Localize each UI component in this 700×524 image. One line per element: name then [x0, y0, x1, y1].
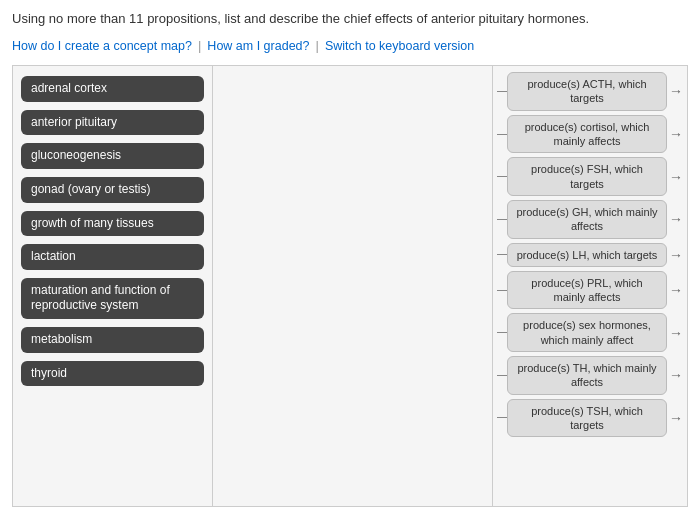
- instructions-text: Using no more than 11 propositions, list…: [12, 10, 688, 28]
- proposition-row: produce(s) cortisol, which mainly affect…: [493, 115, 687, 154]
- prop-line-left: [497, 219, 507, 220]
- concept-tag[interactable]: lactation: [21, 244, 204, 270]
- prop-arrow-icon: →: [669, 283, 683, 297]
- concept-tag[interactable]: thyroid: [21, 361, 204, 387]
- proposition-row: produce(s) ACTH, which targets→: [493, 72, 687, 111]
- concept-tag[interactable]: growth of many tissues: [21, 211, 204, 237]
- proposition-tag[interactable]: produce(s) TSH, which targets: [507, 399, 667, 438]
- prop-arrow-icon: →: [669, 326, 683, 340]
- main-area: adrenal cortexanterior pituitarygluconeo…: [12, 65, 688, 507]
- prop-arrow-icon: →: [669, 170, 683, 184]
- prop-arrow-icon: →: [669, 84, 683, 98]
- proposition-tag[interactable]: produce(s) GH, which mainly affects: [507, 200, 667, 239]
- proposition-row: produce(s) LH, which targets→: [493, 243, 687, 267]
- concept-tag[interactable]: adrenal cortex: [21, 76, 204, 102]
- canvas-area[interactable]: [213, 66, 492, 506]
- proposition-row: produce(s) FSH, which targets→: [493, 157, 687, 196]
- prop-arrow-icon: →: [669, 411, 683, 425]
- proposition-tag[interactable]: produce(s) PRL, which mainly affects: [507, 271, 667, 310]
- proposition-tag[interactable]: produce(s) cortisol, which mainly affect…: [507, 115, 667, 154]
- prop-arrow-icon: →: [669, 212, 683, 226]
- prop-line-left: [497, 290, 507, 291]
- prop-arrow-icon: →: [669, 127, 683, 141]
- proposition-row: produce(s) GH, which mainly affects→: [493, 200, 687, 239]
- concept-tag[interactable]: gluconeogenesis: [21, 143, 204, 169]
- proposition-row: produce(s) TH, which mainly affects→: [493, 356, 687, 395]
- proposition-tag[interactable]: produce(s) TH, which mainly affects: [507, 356, 667, 395]
- grading-link[interactable]: How am I graded?: [207, 39, 309, 53]
- concept-tag[interactable]: metabolism: [21, 327, 204, 353]
- prop-line-left: [497, 134, 507, 135]
- proposition-tag[interactable]: produce(s) ACTH, which targets: [507, 72, 667, 111]
- concept-list: adrenal cortexanterior pituitarygluconeo…: [13, 66, 213, 506]
- prop-line-left: [497, 254, 507, 255]
- separator-2: |: [316, 38, 319, 53]
- prop-line-left: [497, 176, 507, 177]
- nav-links: How do I create a concept map? | How am …: [12, 38, 688, 53]
- prop-line-left: [497, 91, 507, 92]
- separator-1: |: [198, 38, 201, 53]
- proposition-row: produce(s) TSH, which targets→: [493, 399, 687, 438]
- prop-arrow-icon: →: [669, 248, 683, 262]
- proposition-list: produce(s) ACTH, which targets→produce(s…: [492, 66, 687, 506]
- proposition-tag[interactable]: produce(s) sex hormones, which mainly af…: [507, 313, 667, 352]
- proposition-row: produce(s) sex hormones, which mainly af…: [493, 313, 687, 352]
- proposition-tag[interactable]: produce(s) LH, which targets: [507, 243, 667, 267]
- prop-arrow-icon: →: [669, 368, 683, 382]
- prop-line-left: [497, 332, 507, 333]
- proposition-tag[interactable]: produce(s) FSH, which targets: [507, 157, 667, 196]
- how-to-link[interactable]: How do I create a concept map?: [12, 39, 192, 53]
- keyboard-version-link[interactable]: Switch to keyboard version: [325, 39, 474, 53]
- concept-tag[interactable]: anterior pituitary: [21, 110, 204, 136]
- prop-line-left: [497, 375, 507, 376]
- concept-tag[interactable]: gonad (ovary or testis): [21, 177, 204, 203]
- proposition-row: produce(s) PRL, which mainly affects→: [493, 271, 687, 310]
- concept-tag[interactable]: maturation and function of reproductive …: [21, 278, 204, 319]
- prop-line-left: [497, 417, 507, 418]
